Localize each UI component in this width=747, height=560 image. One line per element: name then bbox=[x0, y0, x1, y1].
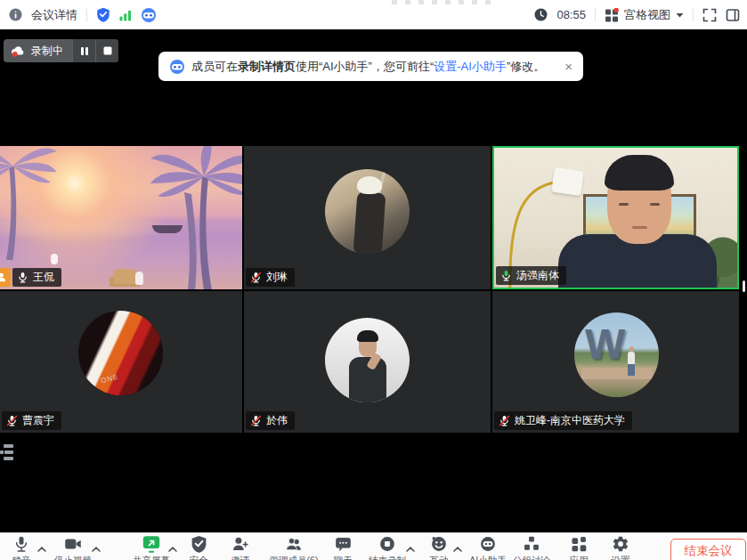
list-icon-artifact bbox=[0, 442, 16, 466]
avatar-detail bbox=[357, 330, 378, 342]
boat bbox=[152, 225, 183, 233]
avatar bbox=[325, 169, 410, 254]
ai-assistant-icon bbox=[169, 59, 185, 75]
participant-tile-yaoweifeng[interactable]: W 姚卫峰-南京中医药大学 bbox=[492, 291, 739, 433]
avatar-detail bbox=[78, 311, 163, 395]
beach-figure bbox=[135, 272, 143, 285]
ai-assistant-status-icon[interactable] bbox=[141, 7, 157, 23]
invite-button[interactable]: 邀请 bbox=[219, 533, 262, 560]
apps-button[interactable]: 应用 bbox=[557, 533, 600, 560]
chat-icon bbox=[334, 535, 353, 553]
participant-tile-caozhenyu[interactable]: ONE 曹震宇 bbox=[0, 291, 242, 433]
bottom-toolbar: 静音 停止视频 共享屏幕 安全 邀请 管理成员(6) 聊天 bbox=[0, 532, 747, 560]
pause-recording-button[interactable] bbox=[72, 39, 95, 62]
side-panel-icon[interactable] bbox=[726, 8, 740, 22]
camera-icon bbox=[63, 535, 83, 553]
stop-recording-button[interactable] bbox=[95, 39, 118, 62]
clock-icon bbox=[534, 8, 548, 21]
mic-on-icon bbox=[17, 272, 28, 283]
security-button[interactable]: 安全 bbox=[175, 533, 222, 560]
chevron-down-icon[interactable] bbox=[676, 12, 684, 18]
mute-options-chevron[interactable] bbox=[37, 540, 46, 556]
breakout-rooms-button[interactable]: 分组讨论 bbox=[505, 533, 558, 560]
participant-tile-yuwei[interactable]: 於伟 bbox=[244, 291, 491, 433]
participant-name-tag: 刘琳 bbox=[246, 268, 295, 287]
mic-muted-icon bbox=[6, 415, 18, 426]
participant-name-tag: 於伟 bbox=[246, 411, 295, 430]
fullscreen-icon[interactable] bbox=[702, 8, 717, 22]
divider bbox=[595, 9, 596, 21]
mic-muted-icon bbox=[250, 272, 262, 283]
speaker-mouth bbox=[632, 226, 647, 229]
meeting-details-button[interactable]: 会议详情 bbox=[31, 7, 77, 23]
ai-assistant-icon bbox=[479, 535, 497, 553]
settings-button[interactable]: 设置 bbox=[599, 533, 642, 560]
host-badge bbox=[0, 268, 11, 287]
avatar: W bbox=[574, 312, 659, 397]
avatar-detail bbox=[353, 191, 386, 254]
recording-status-label: 录制中 bbox=[31, 44, 63, 59]
apps-icon bbox=[570, 535, 588, 553]
meeting-info-icon[interactable] bbox=[9, 8, 22, 21]
record-options-chevron[interactable] bbox=[406, 540, 415, 556]
members-icon bbox=[284, 535, 304, 553]
top-bar: 会议详情 08:55 宫格视图 bbox=[0, 0, 747, 29]
security-shield-icon[interactable] bbox=[96, 7, 110, 22]
manage-members-button[interactable]: 管理成员(6) bbox=[262, 533, 326, 560]
scrollbar-thumb[interactable] bbox=[743, 280, 745, 292]
avatar-detail bbox=[628, 364, 635, 376]
divider bbox=[693, 9, 694, 21]
microphone-icon bbox=[12, 535, 30, 553]
mute-button[interactable]: 静音 bbox=[0, 533, 43, 560]
participant-name-tag: 姚卫峰-南京中医药大学 bbox=[494, 411, 632, 430]
bunny-figure bbox=[51, 254, 58, 264]
settings-icon bbox=[612, 535, 629, 553]
participant-name: 於伟 bbox=[266, 413, 288, 428]
video-options-chevron[interactable] bbox=[92, 540, 101, 556]
breakout-icon bbox=[523, 535, 540, 553]
avatar: ONE bbox=[78, 311, 163, 395]
lamp-shade bbox=[551, 167, 584, 196]
network-signal-icon[interactable] bbox=[119, 9, 132, 21]
meeting-window: 会议详情 08:55 宫格视图 bbox=[0, 0, 747, 560]
speaker-hair bbox=[605, 155, 674, 191]
participant-name: 曹震宇 bbox=[22, 413, 54, 428]
shield-check-icon bbox=[191, 535, 207, 553]
video-grid-area: 录制中 成员可在录制详情页使用“AI小助手”，您可前往“设置-AI小助手”修改。… bbox=[0, 29, 747, 532]
participant-name-tag: 王侃 bbox=[12, 268, 61, 287]
banner-text: 成员可在录制详情页使用“AI小助手”，您可前往“设置-AI小助手”修改。 bbox=[191, 59, 545, 75]
speaker-eye bbox=[650, 203, 660, 206]
cloud-recording-icon bbox=[11, 45, 26, 57]
invite-icon bbox=[231, 535, 250, 553]
screen-share-icon bbox=[142, 535, 161, 553]
end-meeting-button[interactable]: 结束会议 bbox=[670, 539, 746, 560]
avatar bbox=[325, 318, 410, 402]
participant-name: 王侃 bbox=[33, 270, 54, 285]
divider bbox=[86, 9, 87, 21]
recording-pill: 录制中 bbox=[4, 39, 118, 62]
participant-tile-liulin[interactable]: 刘琳 bbox=[244, 146, 491, 289]
settings-ai-link[interactable]: 设置-AI小助手 bbox=[434, 60, 507, 73]
participant-name: 姚卫峰-南京中医药大学 bbox=[515, 413, 625, 428]
avatar-detail bbox=[357, 176, 382, 194]
grid-view-icon[interactable] bbox=[605, 8, 619, 22]
chat-button[interactable]: 聊天 bbox=[321, 533, 364, 560]
participant-name-tag: 汤强南体 bbox=[496, 266, 566, 285]
participant-tile-wangkan[interactable]: 王侃 bbox=[0, 146, 242, 289]
mic-muted-icon bbox=[250, 415, 262, 426]
meeting-timer: 08:55 bbox=[556, 8, 586, 21]
participant-name: 刘琳 bbox=[266, 270, 288, 285]
avatar-detail bbox=[628, 352, 635, 364]
palm-tree-left bbox=[0, 146, 59, 260]
speaker-eye bbox=[619, 203, 629, 206]
stop-record-icon bbox=[378, 535, 396, 553]
close-icon[interactable]: × bbox=[564, 60, 572, 73]
window-top-artifact bbox=[392, 0, 499, 4]
sandcastle bbox=[114, 269, 135, 284]
palm-tree-right bbox=[144, 146, 242, 289]
ai-assistant-banner: 成员可在录制详情页使用“AI小助手”，您可前往“设置-AI小助手”修改。 × bbox=[158, 52, 583, 81]
avatar-detail bbox=[581, 368, 653, 379]
view-mode-selector[interactable]: 宫格视图 bbox=[624, 7, 670, 23]
participant-name-tag: 曹震宇 bbox=[2, 411, 61, 430]
participant-tile-tangqiang-active-speaker[interactable]: 汤强南体 bbox=[492, 146, 739, 289]
